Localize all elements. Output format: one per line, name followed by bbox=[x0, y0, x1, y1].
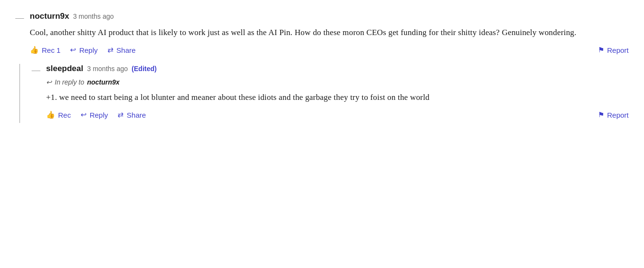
reply-timestamp: 3 months ago bbox=[87, 65, 128, 73]
comment-text: Cool, another shitty AI product that is … bbox=[30, 26, 629, 39]
report-button[interactable]: ⚑ Report bbox=[598, 46, 629, 54]
reply-header: sleepdeal 3 months ago (Edited) bbox=[46, 64, 629, 73]
reply-action-bar: 👍 Rec ↩ Reply ⇄ Share bbox=[46, 110, 146, 119]
rec-label: Rec 1 bbox=[42, 46, 60, 54]
reply-collapse-button[interactable]: — bbox=[32, 66, 40, 74]
reply-share-button[interactable]: ⇄ Share bbox=[118, 110, 146, 119]
reply-reply-button[interactable]: ↩ Reply bbox=[81, 110, 108, 119]
reply-label: Reply bbox=[79, 46, 97, 54]
reply-action-bar-wrapper: 👍 Rec ↩ Reply ⇄ Share ⚑ bbox=[46, 110, 629, 119]
reply-username[interactable]: sleepdeal bbox=[46, 64, 83, 73]
comment-header: nocturn9x 3 months ago bbox=[30, 12, 629, 21]
comment-timestamp: 3 months ago bbox=[73, 12, 114, 20]
edited-badge: (Edited) bbox=[131, 65, 156, 73]
in-reply-label: In reply to bbox=[55, 78, 84, 86]
comment-reply: — sleepdeal 3 months ago (Edited) ↩ In r… bbox=[32, 64, 629, 119]
reply-share-label: Share bbox=[127, 111, 146, 119]
report-label: Report bbox=[607, 46, 629, 54]
action-bar: 👍 Rec 1 ↩ Reply ⇄ Share bbox=[30, 46, 136, 54]
reply-report-label: Report bbox=[607, 111, 629, 119]
in-reply-icon: ↩ bbox=[46, 78, 52, 86]
reply-body: sleepdeal 3 months ago (Edited) ↩ In rep… bbox=[46, 64, 629, 119]
comment-top: — nocturn9x 3 months ago Cool, another s… bbox=[15, 12, 629, 54]
reply-reply-icon: ↩ bbox=[81, 110, 87, 119]
reply-rec-icon: 👍 bbox=[46, 110, 55, 119]
reply-report-button[interactable]: ⚑ Report bbox=[598, 110, 629, 119]
share-icon: ⇄ bbox=[107, 46, 114, 54]
reply-rec-label: Rec bbox=[58, 111, 71, 119]
reply-content: — sleepdeal 3 months ago (Edited) ↩ In r… bbox=[32, 64, 629, 123]
reply-icon: ↩ bbox=[70, 46, 76, 54]
reply-text: +1. we need to start being a lot blunter… bbox=[46, 91, 629, 104]
reply-report-icon: ⚑ bbox=[598, 110, 604, 119]
report-icon: ⚑ bbox=[598, 46, 604, 54]
rec-icon: 👍 bbox=[30, 46, 39, 54]
share-button[interactable]: ⇄ Share bbox=[107, 46, 136, 54]
rec-button[interactable]: 👍 Rec 1 bbox=[30, 46, 60, 54]
collapse-button[interactable]: — bbox=[15, 13, 24, 22]
in-reply-username-link[interactable]: nocturn9x bbox=[87, 78, 119, 86]
reply-share-icon: ⇄ bbox=[118, 110, 124, 119]
in-reply-to: ↩ In reply to nocturn9x bbox=[46, 78, 629, 86]
reply-rec-button[interactable]: 👍 Rec bbox=[46, 110, 71, 119]
comment-body: nocturn9x 3 months ago Cool, another shi… bbox=[30, 12, 629, 54]
reply-block: — sleepdeal 3 months ago (Edited) ↩ In r… bbox=[15, 64, 629, 123]
action-bar-wrapper: 👍 Rec 1 ↩ Reply ⇄ Share ⚑ Report bbox=[30, 46, 629, 54]
comment-username[interactable]: nocturn9x bbox=[30, 12, 69, 21]
reply-indent-line bbox=[19, 64, 20, 123]
reply-button[interactable]: ↩ Reply bbox=[70, 46, 97, 54]
share-label: Share bbox=[117, 46, 136, 54]
reply-reply-label: Reply bbox=[90, 111, 108, 119]
